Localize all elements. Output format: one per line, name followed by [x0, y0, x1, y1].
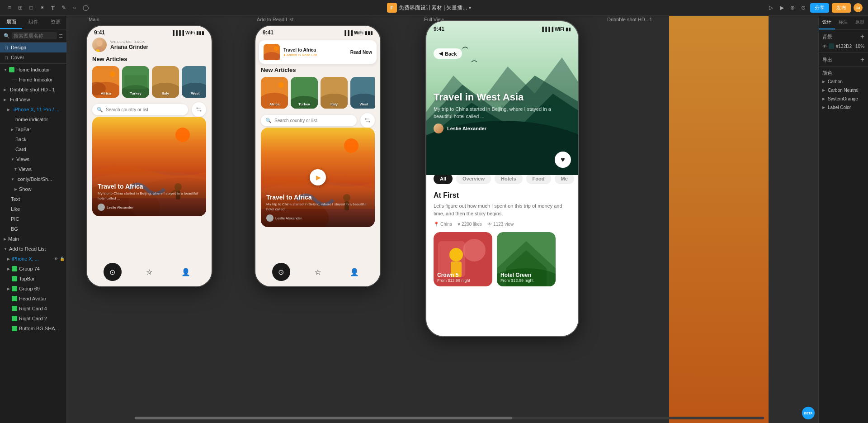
lock-icon[interactable]: 🔒 [60, 257, 65, 261]
visibility-checkbox[interactable] [12, 266, 17, 271]
search-input[interactable] [12, 32, 57, 39]
back-button[interactable]: ◀ Back [434, 48, 462, 59]
canvas-scrollbar[interactable] [135, 417, 764, 419]
sidebar-item-dribbble[interactable]: ▶ Dribbble shot HD - 1 [0, 85, 66, 95]
publish-button[interactable]: 发布 [832, 3, 851, 13]
color-item-label-color[interactable]: ▶ Label Color [819, 103, 868, 112]
nav-person[interactable]: 👤 [177, 263, 195, 281]
search-input-main[interactable] [106, 107, 184, 112]
sidebar-item-bg[interactable]: BG [0, 224, 66, 234]
list-icon[interactable]: ☰ [59, 33, 63, 38]
hero-card-main[interactable]: Travel to Africa My trip to China starte… [92, 117, 206, 216]
search-input-read[interactable] [274, 118, 352, 123]
visibility-checkbox[interactable] [9, 67, 14, 72]
right-tab-design[interactable]: 设计 [819, 16, 835, 29]
sidebar-item-pic[interactable]: PIC [0, 214, 66, 224]
sidebar-item-group74[interactable]: ▶ Group 74 [0, 264, 66, 274]
nav-star-read[interactable]: ☆ [309, 263, 327, 281]
background-color-swatch[interactable] [829, 43, 834, 49]
sidebar-item-home-indicator-child[interactable]: ▶ Home Indicator [0, 75, 66, 85]
sidebar-item-iphone2[interactable]: ▶ iPhone X, ... 👁 🔒 [0, 254, 66, 264]
visibility-checkbox[interactable] [12, 276, 17, 281]
notif-action-button[interactable]: Read Now [350, 50, 372, 55]
color-item-carbon-neutral[interactable]: ▶ Carbon Neutral [819, 86, 868, 95]
add-background-button[interactable]: + [860, 33, 864, 41]
sidebar-item-add-to-read-list[interactable]: ▼ Add to Read List [0, 244, 66, 254]
color-item-system-orange[interactable]: ▶ SystemOrange [819, 95, 868, 103]
tab-assets[interactable]: 资源 [44, 16, 66, 29]
search-bar-main[interactable]: 🔍 [92, 104, 188, 115]
sidebar-item-views[interactable]: ▼ Views [0, 154, 66, 164]
sidebar-item-card[interactable]: ▶ Card [0, 144, 66, 154]
visibility-checkbox[interactable] [12, 326, 17, 331]
sidebar-item-iconly[interactable]: ▼ Iconly/Bold/Sh... [0, 174, 66, 184]
sidebar-item-full-view[interactable]: ▶ Full View [0, 95, 66, 105]
play-button[interactable]: ▶ [310, 169, 326, 185]
present-icon[interactable]: ▶ [778, 4, 786, 12]
chat-icon[interactable]: ◯ [81, 4, 90, 12]
sidebar-item-back[interactable]: ▶ Back [0, 134, 66, 144]
layout-icon[interactable]: ⊞ [16, 4, 24, 12]
filter-button[interactable] [192, 102, 206, 117]
sidebar-item-like[interactable]: Like [0, 204, 66, 214]
scrollbar-thumb[interactable] [135, 417, 512, 419]
sidebar-item-tapbar2[interactable]: ▶ TapBar [0, 274, 66, 284]
article-card-italy-read[interactable]: Italy [321, 77, 348, 109]
sidebar-item-iphone[interactable]: ▶ iPhone X, 11 Pro / ... [0, 105, 66, 114]
sidebar-item-right-card4[interactable]: ▶ Right Card 4 [0, 304, 66, 314]
text-icon[interactable]: T [49, 4, 57, 12]
filter-button-read[interactable] [360, 113, 375, 128]
sub-card-hotel-green[interactable]: Hotel Green From $12.99 night [497, 232, 556, 286]
article-card-turkey[interactable]: Turkey [122, 66, 149, 98]
sidebar-item-head-avatar[interactable]: ▶ Head Avatar [0, 294, 66, 304]
sidebar-item-design[interactable]: □ Design [0, 43, 66, 52]
window-icon[interactable]: □ [27, 4, 35, 12]
sub-card-crown[interactable]: Crown 5 From $12.99 night [434, 232, 492, 286]
article-card-turkey-read[interactable]: Turkey [291, 77, 318, 109]
tab-components[interactable]: 组件 [22, 16, 44, 29]
nav-compass-read[interactable]: ⊙ [272, 263, 290, 281]
tab-layers[interactable]: 层面 [0, 16, 22, 29]
nav-compass[interactable]: ⊙ [104, 263, 122, 281]
hamburger-icon[interactable]: ≡ [5, 4, 14, 12]
sidebar-item-group69[interactable]: ▶ Group 69 [0, 284, 66, 294]
sidebar-item-home-indicator-group[interactable]: ▼ Home Indicator [0, 65, 66, 75]
visibility-checkbox[interactable] [12, 316, 17, 321]
dropdown-arrow[interactable]: ▾ [469, 5, 471, 10]
visibility-checkbox[interactable] [12, 296, 17, 301]
share-button[interactable]: 分享 [810, 3, 829, 13]
article-card-west[interactable]: West [182, 66, 206, 98]
sidebar-item-views-child[interactable]: T Views [0, 164, 66, 174]
visibility-checkbox[interactable] [12, 306, 17, 311]
right-tab-annotate[interactable]: 标注 [835, 16, 851, 29]
pen-icon[interactable]: ✎ [60, 4, 68, 12]
sidebar-item-cover[interactable]: □ Cover [0, 52, 66, 62]
record-icon[interactable]: ⊙ [799, 4, 807, 12]
sidebar-item-main[interactable]: ▶ Main [0, 234, 66, 244]
hero-card-read[interactable]: ▶ Travel to Africa My trip to China star… [261, 128, 375, 227]
zoom-icon[interactable]: ⊕ [788, 4, 797, 12]
sidebar-item-show[interactable]: ▶ Show [0, 184, 66, 194]
right-tab-prototype[interactable]: 原型 [852, 16, 868, 29]
sidebar-item-tapbar[interactable]: ▶ TapBar [0, 124, 66, 134]
color-item-carbon[interactable]: ▶ Carbon [819, 77, 868, 86]
sidebar-item-buttom-bg[interactable]: ▶ Buttom BG SHA... [0, 323, 66, 333]
eye-icon[interactable]: 👁 [54, 257, 58, 261]
nav-person-read[interactable]: 👤 [345, 263, 363, 281]
add-export-button[interactable]: + [860, 56, 864, 64]
circle-icon[interactable]: ○ [71, 4, 79, 12]
move-icon[interactable]: ✦ [36, 2, 47, 13]
sidebar-item-right-card2[interactable]: ▶ Right Card 2 [0, 314, 66, 323]
article-card-africa-read[interactable]: Africa [261, 77, 288, 109]
like-button[interactable]: ♥ [555, 152, 571, 168]
article-card-africa[interactable]: Africa [92, 66, 119, 98]
nav-star[interactable]: ☆ [140, 263, 158, 281]
search-bar-read[interactable]: 🔍 [261, 115, 357, 126]
visibility-checkbox[interactable] [12, 286, 17, 291]
article-card-italy[interactable]: Italy [152, 66, 179, 98]
sidebar-item-text[interactable]: Text [0, 194, 66, 204]
sidebar-item-home-ind[interactable]: ▶ home indicator [0, 114, 66, 124]
share-icon-toolbar[interactable]: ▷ [767, 4, 775, 12]
article-card-west-read[interactable]: West [350, 77, 375, 109]
eye-icon[interactable]: 👁 [822, 44, 827, 49]
